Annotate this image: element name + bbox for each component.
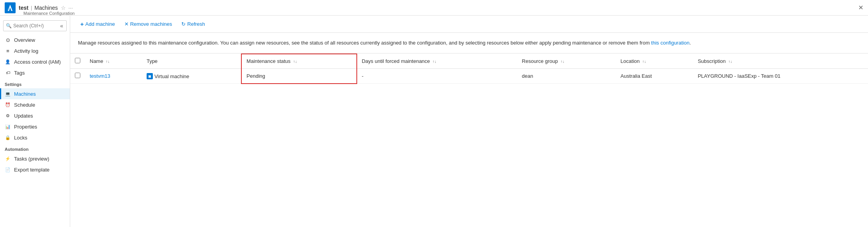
row-type-cell: ▣ Virtual machine xyxy=(142,68,241,84)
sidebar-item-locks[interactable]: 🔒 Locks xyxy=(0,132,70,143)
more-options-icon[interactable]: ··· xyxy=(68,5,73,11)
vm-type-label: Virtual machine xyxy=(154,73,189,79)
refresh-icon: ↻ xyxy=(181,21,186,27)
tags-icon: 🏷 xyxy=(5,70,11,76)
col-header-days-until-forced[interactable]: Days until forced maintenance ↑↓ xyxy=(357,54,517,69)
row-location-cell: Australia East xyxy=(616,68,693,84)
row-select-checkbox[interactable] xyxy=(75,73,80,78)
col-header-type[interactable]: Type xyxy=(142,54,241,69)
sidebar-item-updates-label: Updates xyxy=(14,113,33,119)
sidebar-item-tags-label: Tags xyxy=(14,70,25,76)
col-resource-group-label: Resource group xyxy=(522,58,558,64)
col-location-sort-icon: ↑↓ xyxy=(642,59,646,64)
sidebar-item-schedule[interactable]: ⏰ Schedule xyxy=(0,99,70,110)
col-days-label: Days until forced maintenance xyxy=(362,58,430,64)
sidebar-item-properties[interactable]: 📊 Properties xyxy=(0,121,70,132)
subscription-value: PLAYGROUND - IaaSExp - Team 01 xyxy=(698,73,780,79)
col-location-label: Location xyxy=(620,58,639,64)
description-text2: . xyxy=(689,40,691,46)
locks-icon: 🔒 xyxy=(5,134,11,141)
sidebar-item-locks-label: Locks xyxy=(14,135,27,141)
col-type-label: Type xyxy=(147,58,158,64)
main-layout: 🔍 « ⊙ Overview ≡ Activity log 👤 Access c… xyxy=(0,16,868,227)
search-input[interactable] xyxy=(13,23,59,29)
sidebar-item-machines-label: Machines xyxy=(14,91,36,97)
col-header-location[interactable]: Location ↑↓ xyxy=(616,54,693,69)
table-header-row: Name ↑↓ Type Maintenance status ↑↓ Days … xyxy=(70,54,868,69)
row-name-cell: testvm13 xyxy=(85,68,142,84)
row-subscription-cell: PLAYGROUND - IaaSExp - Team 01 xyxy=(693,68,868,84)
sidebar-item-schedule-label: Schedule xyxy=(14,102,35,108)
access-control-icon: 👤 xyxy=(5,59,11,65)
add-machine-label: Add machine xyxy=(85,21,115,27)
select-all-checkbox-header[interactable] xyxy=(70,54,85,69)
resource-group-value: dean xyxy=(522,73,533,79)
refresh-label: Refresh xyxy=(187,21,205,27)
tasks-icon: ⚡ xyxy=(5,156,11,162)
automation-section-label: Automation xyxy=(0,143,70,153)
row-checkbox-cell[interactable] xyxy=(70,68,85,84)
azure-logo-icon xyxy=(5,2,16,13)
add-icon: + xyxy=(80,21,84,27)
sidebar-item-overview-label: Overview xyxy=(14,37,35,43)
top-bar: test | Machines ☆ ··· Maintenance Config… xyxy=(0,0,868,16)
col-resource-group-sort-icon: ↑↓ xyxy=(560,59,564,64)
select-all-checkbox[interactable] xyxy=(75,58,80,63)
remove-icon: ✕ xyxy=(124,21,129,27)
col-subscription-label: Subscription xyxy=(698,58,726,64)
updates-icon: ⚙ xyxy=(5,113,11,119)
app-name: test xyxy=(19,5,28,11)
machines-table: Name ↑↓ Type Maintenance status ↑↓ Days … xyxy=(70,54,868,84)
this-configuration-link[interactable]: this configuration xyxy=(651,40,689,46)
vm-type-cell-content: ▣ Virtual machine xyxy=(147,73,189,79)
resource-subtitle: Maintenance Configuration xyxy=(23,11,74,16)
description-text: Manage resources assigned to this mainte… xyxy=(70,33,868,54)
sidebar-item-access-control-label: Access control (IAM) xyxy=(14,59,61,65)
col-header-resource-group[interactable]: Resource group ↑↓ xyxy=(517,54,616,69)
close-button[interactable]: ✕ xyxy=(858,4,863,11)
top-bar-separator: | xyxy=(31,5,32,11)
sidebar-item-export-template-label: Export template xyxy=(14,167,50,173)
vm-type-icon: ▣ xyxy=(147,73,153,79)
sidebar-item-overview[interactable]: ⊙ Overview xyxy=(0,34,70,45)
sidebar-item-updates[interactable]: ⚙ Updates xyxy=(0,110,70,121)
maintenance-status-value: Pending xyxy=(246,73,265,79)
col-maintenance-status-label: Maintenance status xyxy=(246,58,291,64)
sidebar-item-machines[interactable]: 💻 Machines xyxy=(0,88,70,99)
sidebar-item-export-template[interactable]: 📄 Export template xyxy=(0,164,70,175)
schedule-icon: ⏰ xyxy=(5,102,11,108)
col-header-name[interactable]: Name ↑↓ xyxy=(85,54,142,69)
row-resource-group-cell: dean xyxy=(517,68,616,84)
remove-machines-button[interactable]: ✕ Remove machines xyxy=(120,19,176,29)
add-machine-button[interactable]: + Add machine xyxy=(76,19,119,29)
location-value: Australia East xyxy=(620,73,652,79)
col-maintenance-status-sort-icon: ↑↓ xyxy=(293,59,297,64)
sidebar-item-tasks-preview[interactable]: ⚡ Tasks (preview) xyxy=(0,153,70,164)
overview-icon: ⊙ xyxy=(5,37,11,43)
sidebar-item-access-control[interactable]: 👤 Access control (IAM) xyxy=(0,56,70,67)
days-until-forced-value: - xyxy=(362,73,363,79)
sidebar-item-properties-label: Properties xyxy=(14,124,37,130)
collapse-sidebar-button[interactable]: « xyxy=(59,22,64,30)
settings-section-label: Settings xyxy=(0,78,70,88)
remove-machines-label: Remove machines xyxy=(130,21,172,27)
col-header-subscription[interactable]: Subscription ↑↓ xyxy=(693,54,868,69)
favorite-star-icon[interactable]: ☆ xyxy=(61,5,66,11)
table-row: testvm13 ▣ Virtual machine Pending xyxy=(70,68,868,84)
machines-icon: 💻 xyxy=(5,91,11,97)
sidebar-item-tags[interactable]: 🏷 Tags xyxy=(0,67,70,78)
row-days-until-forced-cell: - xyxy=(357,68,517,84)
activity-log-icon: ≡ xyxy=(5,48,11,54)
top-bar-left: test | Machines ☆ ··· Maintenance Config… xyxy=(5,2,858,13)
export-template-icon: 📄 xyxy=(5,166,11,173)
col-header-maintenance-status[interactable]: Maintenance status ↑↓ xyxy=(241,54,356,69)
row-maintenance-status-cell: Pending xyxy=(241,68,356,84)
sidebar-item-activity-log[interactable]: ≡ Activity log xyxy=(0,45,70,56)
machines-table-container: Name ↑↓ Type Maintenance status ↑↓ Days … xyxy=(70,54,868,227)
refresh-button[interactable]: ↻ Refresh xyxy=(177,19,209,29)
col-subscription-sort-icon: ↑↓ xyxy=(728,59,732,64)
vm-name-link[interactable]: testvm13 xyxy=(90,73,110,79)
search-box[interactable]: 🔍 « xyxy=(3,20,67,31)
properties-icon: 📊 xyxy=(5,123,11,130)
description-text1: Manage resources assigned to this mainte… xyxy=(78,40,650,46)
